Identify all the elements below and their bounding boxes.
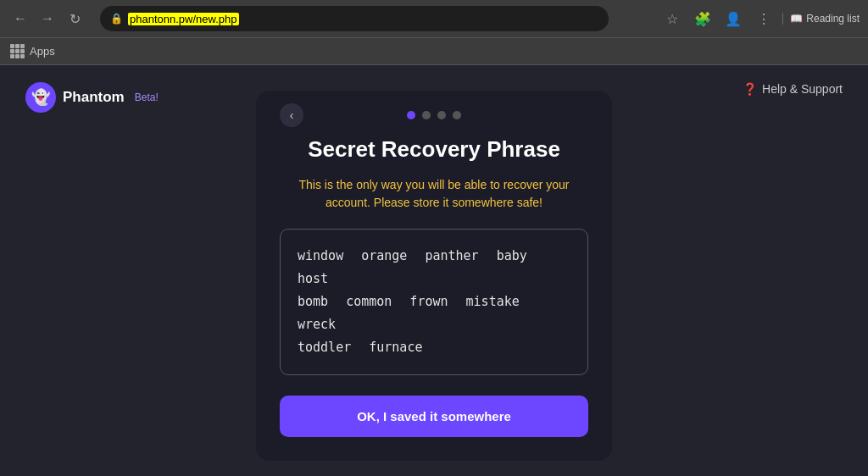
forward-button[interactable]: → — [36, 7, 59, 30]
address-bar[interactable]: 🔒 phantonn.pw/new.php — [100, 6, 609, 31]
phantom-beta-label: Beta! — [135, 91, 159, 103]
page-content: 👻 Phantom Beta! ❓ Help & Support ‹ Secre… — [0, 65, 868, 476]
address-highlight: phantonn.pw/new.php — [128, 13, 239, 25]
menu-button[interactable]: ⋮ — [752, 7, 776, 30]
phrase-box: window orange panther baby host bomb com… — [280, 229, 588, 375]
grid-dot — [15, 49, 19, 53]
phrase-line-1: window orange panther baby host — [298, 248, 527, 286]
phantom-name: Phantom — [63, 89, 125, 106]
apps-label: Apps — [30, 45, 55, 58]
phantom-logo: 👻 Phantom Beta! — [25, 82, 159, 113]
extensions-button[interactable]: 🧩 — [691, 7, 715, 30]
grid-dot — [15, 44, 19, 48]
grid-icon — [10, 44, 25, 58]
reading-list-icon: 📖 — [790, 13, 803, 25]
card-back-arrow[interactable]: ‹ — [280, 103, 303, 127]
grid-dot — [20, 49, 25, 53]
help-label: Help & Support — [762, 82, 843, 96]
toolbar-actions: ☆ 🧩 👤 ⋮ 📖 Reading list — [660, 7, 860, 30]
grid-dot — [20, 54, 25, 58]
dots-navigation: ‹ — [280, 111, 588, 119]
grid-dot — [10, 49, 14, 53]
bookmarks-bar: Apps — [0, 37, 868, 64]
phrase-text: window orange panther baby host bomb com… — [298, 245, 570, 359]
recovery-phrase-card: ‹ Secret Recovery Phrase This is the onl… — [256, 91, 612, 461]
dot-4 — [453, 111, 461, 119]
phrase-line-3: toddler furnace — [298, 340, 422, 355]
reading-list-section: 📖 Reading list — [782, 13, 860, 25]
lock-icon: 🔒 — [110, 13, 123, 25]
phantom-avatar: 👻 — [25, 82, 56, 113]
warning-text: This is the only way you will be able to… — [280, 176, 588, 212]
grid-dot — [20, 44, 25, 48]
nav-buttons: ← → ↻ — [8, 7, 86, 30]
apps-shortcut[interactable]: Apps — [10, 44, 55, 58]
address-text: phantonn.pw/new.php — [128, 13, 598, 25]
dot-3 — [437, 111, 446, 119]
browser-toolbar: ← → ↻ 🔒 phantonn.pw/new.php ☆ 🧩 👤 ⋮ 📖 Re… — [0, 0, 868, 37]
ok-saved-button[interactable]: OK, I saved it somewhere — [280, 396, 588, 437]
dot-2 — [422, 111, 431, 119]
grid-dot — [10, 54, 14, 58]
dot-1 — [407, 111, 415, 119]
profile-button[interactable]: 👤 — [721, 7, 745, 30]
help-support-link[interactable]: ❓ Help & Support — [743, 82, 843, 96]
grid-dot — [10, 44, 14, 48]
help-icon: ❓ — [743, 82, 757, 96]
back-button[interactable]: ← — [8, 7, 32, 30]
reading-list-label: Reading list — [806, 13, 860, 25]
card-title: Secret Recovery Phrase — [280, 136, 588, 163]
refresh-button[interactable]: ↻ — [63, 7, 86, 30]
grid-dot — [15, 54, 19, 58]
star-button[interactable]: ☆ — [660, 7, 684, 30]
phrase-line-2: bomb common frown mistake wreck — [298, 294, 520, 332]
browser-chrome: ← → ↻ 🔒 phantonn.pw/new.php ☆ 🧩 👤 ⋮ 📖 Re… — [0, 0, 868, 65]
